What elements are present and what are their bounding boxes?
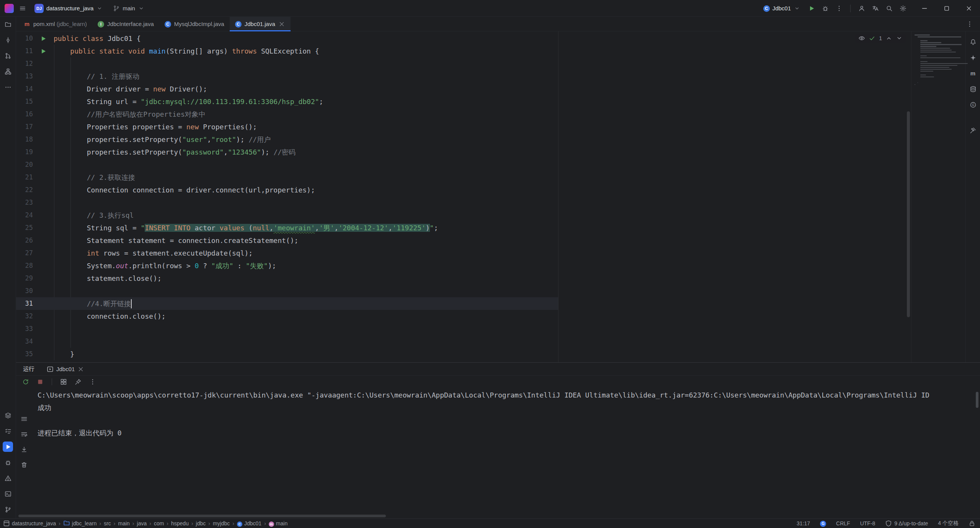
code-line[interactable]: 20	[16, 158, 911, 171]
code-line[interactable]: 29 statement.close();	[16, 272, 911, 285]
run-line-icon[interactable]	[33, 32, 54, 45]
breadcrumb-Jdbc01[interactable]: CJdbc01	[237, 520, 261, 527]
close-tab-icon[interactable]	[278, 21, 285, 28]
code-line[interactable]: 32 connection.close();	[16, 310, 911, 323]
editor-tab-Jdbc01.java[interactable]: CJdbc01.java	[230, 17, 291, 31]
git-status-widget[interactable]: 9 Δ/up-to-date	[885, 520, 928, 527]
database-tool-button[interactable]	[968, 84, 978, 94]
run-button[interactable]	[807, 3, 817, 13]
inspection-widget[interactable]: 1	[855, 34, 906, 43]
search-everywhere-button[interactable]	[884, 3, 894, 13]
code-line[interactable]: 18 properties.setProperty("user","root")…	[16, 133, 911, 146]
run-layout-button[interactable]	[59, 377, 69, 387]
code-line[interactable]: 17 Properties properties = new Propertie…	[16, 121, 911, 133]
run-line-icon[interactable]	[33, 45, 54, 57]
code-line[interactable]: 30	[16, 285, 911, 297]
gradle-tool-button[interactable]: G	[968, 99, 978, 110]
more-tool-windows-tool-button[interactable]	[3, 82, 13, 92]
code-editor[interactable]: 10public class Jdbc01 {11 public static …	[16, 31, 911, 362]
code-line[interactable]: 10public class Jdbc01 {	[16, 32, 911, 45]
code-line[interactable]: 24 // 3.执行sql	[16, 209, 911, 222]
settings-button[interactable]	[898, 3, 908, 13]
code-line[interactable]: 35 }	[16, 348, 911, 360]
minimize-button[interactable]	[913, 0, 936, 17]
services-tool-button[interactable]	[3, 410, 13, 420]
code-line[interactable]: 27 int rows = statement.executeUpdate(sq…	[16, 247, 911, 259]
prev-problem-icon[interactable]	[885, 35, 892, 42]
code-line[interactable]: 13 // 1. 注册驱动	[16, 70, 911, 83]
todo-tool-button[interactable]	[3, 426, 13, 436]
minimap[interactable]	[911, 31, 965, 362]
breadcrumb-java[interactable]: java	[137, 520, 147, 526]
breadcrumb-datastructure_java[interactable]: datastructure_java	[3, 520, 56, 527]
console-hscrollbar[interactable]	[18, 515, 386, 517]
account-button[interactable]	[857, 3, 867, 13]
problems-tool-button[interactable]	[3, 473, 13, 483]
highlight-level-icon[interactable]	[858, 35, 865, 42]
maven-tool-button[interactable]: m	[968, 68, 978, 78]
code-line[interactable]: 25 String sql = "INSERT INTO actor value…	[16, 222, 911, 234]
code-line[interactable]: 21 // 2.获取连接	[16, 171, 911, 184]
lock-widget[interactable]	[969, 520, 975, 527]
structure-tool-button[interactable]	[3, 66, 13, 77]
breadcrumb-src[interactable]: src	[104, 520, 111, 526]
run-tool-button[interactable]	[3, 442, 13, 452]
indent-widget[interactable]: 4 个空格	[938, 520, 959, 527]
encoding-widget[interactable]: UTF-8	[860, 520, 875, 526]
editor-tab-JdbcInterface.java[interactable]: IJdbcInterface.java	[92, 17, 159, 31]
close-tab-icon[interactable]	[77, 366, 84, 373]
editor-scrollbar[interactable]	[907, 111, 910, 317]
more-button[interactable]	[88, 377, 98, 387]
stop-button[interactable]	[35, 377, 45, 387]
breadcrumb-main[interactable]: main	[118, 520, 129, 526]
code-line[interactable]: 14 Driver driver = new Driver();	[16, 83, 911, 95]
code-line[interactable]: 23	[16, 196, 911, 209]
tab-options-button[interactable]	[965, 19, 975, 29]
project-widget[interactable]: DJ datastructure_java	[31, 2, 106, 15]
breadcrumb-hspedu[interactable]: hspedu	[171, 520, 189, 526]
maximize-button[interactable]	[936, 0, 958, 17]
commit-tool-button[interactable]	[3, 35, 13, 45]
scroll-to-end-button[interactable]	[19, 445, 29, 455]
code-line[interactable]: 12	[16, 57, 911, 70]
code-line[interactable]: 19 properties.setProperty("password","12…	[16, 146, 911, 158]
breadcrumb-jdbc_learn[interactable]: jdbc_learn	[63, 520, 97, 528]
notifications-tool-button[interactable]	[968, 37, 978, 47]
breadcrumb-jdbc[interactable]: jdbc	[196, 520, 206, 526]
editor-tab-pom.xml[interactable]: mpom.xml (jdbc_learn)	[18, 17, 92, 31]
terminal-tool-button[interactable]	[3, 489, 13, 499]
code-line[interactable]: 36}	[16, 360, 911, 362]
breadcrumb-myjdbc[interactable]: myjdbc	[213, 520, 230, 526]
translate-button[interactable]	[871, 3, 880, 13]
run-config-widget[interactable]: C Jdbc01	[760, 3, 804, 13]
code-line[interactable]: 11 public static void main(String[] args…	[16, 45, 911, 57]
breadcrumb-com[interactable]: com	[154, 520, 164, 526]
code-line[interactable]: 16 //用户名密码放在Properties对象中	[16, 108, 911, 121]
pull-requests-tool-button[interactable]	[3, 51, 13, 61]
editor-tab-MysqlJdbcImpl.java[interactable]: CMysqlJdbcImpl.java	[159, 17, 230, 31]
rerun-button[interactable]	[21, 377, 31, 387]
console-output[interactable]: C:\Users\meowrain\scoop\apps\corretto17-…	[38, 389, 980, 515]
line-separator-widget[interactable]: CRLF	[836, 520, 850, 526]
project-tool-button[interactable]	[3, 19, 13, 29]
console-vscrollbar[interactable]	[976, 392, 978, 408]
close-button[interactable]	[958, 0, 980, 17]
code-line[interactable]: 31 //4.断开链接	[16, 297, 911, 310]
code-line[interactable]: 34	[16, 335, 911, 348]
clear-console-button[interactable]	[19, 460, 29, 470]
next-problem-icon[interactable]	[896, 35, 903, 42]
caret-position-widget[interactable]: 31:17	[797, 520, 810, 526]
code-line[interactable]: 22 Connection connection = driver.connec…	[16, 184, 911, 196]
debug-tool-button[interactable]	[3, 457, 13, 468]
branch-widget[interactable]: main	[110, 3, 148, 13]
code-line[interactable]: 26 Statement statement = connection.crea…	[16, 234, 911, 247]
grazie-widget[interactable]: G	[820, 520, 826, 527]
code-line[interactable]: 33	[16, 323, 911, 335]
soft-wrap-button[interactable]	[19, 429, 29, 439]
breadcrumb-main[interactable]: mmain	[269, 520, 287, 527]
code-line[interactable]: 15 String url = "jdbc:mysql://100.113.19…	[16, 95, 911, 108]
debug-button[interactable]	[820, 3, 830, 13]
ai-assistant-tool-button[interactable]	[968, 52, 978, 63]
version-control-tool-button[interactable]	[3, 504, 13, 515]
build-tool-button[interactable]	[968, 125, 978, 135]
